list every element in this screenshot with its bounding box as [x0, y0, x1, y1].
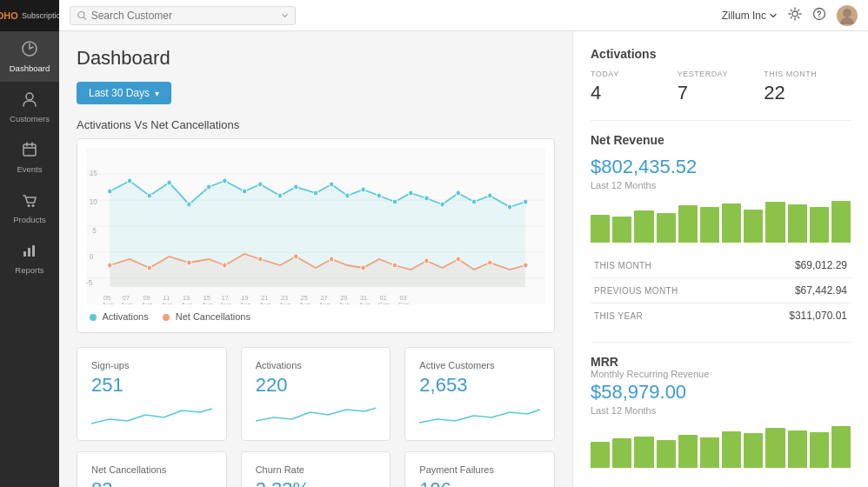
bar-mini: [788, 430, 807, 468]
activations-dot: [90, 314, 97, 321]
main-area: Zillum Inc Dashboard Last 30 Days ▾ Acti…: [59, 0, 868, 487]
search-icon: [77, 10, 87, 21]
divider-1: [591, 120, 851, 121]
bar-mini: [678, 205, 698, 243]
svg-text:Aug: Aug: [240, 301, 251, 304]
search-box[interactable]: [70, 6, 296, 25]
svg-point-36: [294, 184, 298, 190]
svg-point-26: [108, 189, 112, 194]
bar-mini: [765, 428, 785, 468]
yesterday-label: YESTERDAY: [678, 70, 765, 78]
revenue-table: THIS MONTH $69,012.29 PREVIOUS MONTH $67…: [591, 253, 851, 328]
stats-grid-2: Net Cancellations 83 Churn Rate 3.33% Pa…: [77, 451, 555, 487]
date-filter-chevron: ▾: [155, 89, 159, 98]
net-revenue-period: Last 12 Months: [591, 180, 851, 190]
bar-mini: [700, 207, 719, 243]
act-stat-today: TODAY 4: [591, 70, 678, 104]
org-name[interactable]: Zillum Inc: [722, 10, 778, 22]
stat-sparkline-activations: [256, 402, 377, 428]
chart-title: Activations Vs Net Cancellations: [77, 118, 555, 131]
bar-mini: [657, 213, 676, 243]
svg-point-50: [524, 199, 528, 204]
sidebar-item-products[interactable]: Products: [0, 183, 59, 233]
left-panel: Dashboard Last 30 Days ▾ Activations Vs …: [59, 31, 572, 487]
app-logo: ZOHO Subscriptions: [0, 0, 59, 31]
legend-cancellations: Net Cancellations: [163, 311, 250, 322]
svg-text:Aug: Aug: [220, 301, 231, 304]
user-avatar[interactable]: [837, 5, 858, 26]
bar-mini: [634, 210, 653, 243]
reports-icon: [21, 242, 38, 262]
stat-card-churn: Churn Rate 3.33%: [241, 451, 391, 487]
mrr-section: MRR Monthly Recurring Revenue $58,979.00…: [591, 355, 851, 468]
svg-text:-5: -5: [86, 278, 92, 287]
svg-text:Sep: Sep: [398, 301, 410, 304]
help-icon[interactable]: [812, 7, 826, 24]
divider-2: [591, 342, 851, 343]
bar-mini: [831, 426, 851, 468]
line-chart: 15 10 5 0 -5: [86, 148, 545, 304]
sidebar-item-customers[interactable]: Customers: [0, 82, 59, 132]
stat-card-payment-failures: Payment Failures 196: [404, 451, 555, 487]
svg-point-49: [507, 204, 511, 210]
content: Dashboard Last 30 Days ▾ Activations Vs …: [59, 31, 868, 487]
right-panel: Activations TODAY 4 YESTERDAY 7 THIS MON…: [572, 31, 868, 487]
table-row: THIS MONTH $69,012.29: [591, 253, 851, 278]
bar-mini: [788, 204, 807, 243]
mrr-period: Last 12 Months: [591, 405, 851, 416]
table-row: PREVIOUS MONTH $67,442.94: [591, 278, 851, 304]
sidebar-item-events[interactable]: Events: [0, 132, 59, 183]
svg-point-41: [377, 193, 381, 198]
bar-mini: [722, 431, 741, 468]
bar-mini: [831, 201, 851, 243]
stat-card-net-cancellations: Net Cancellations 83: [77, 451, 227, 487]
act-stat-thismonth: THIS MONTH 22: [764, 70, 851, 104]
revenue-row-label-1: PREVIOUS MONTH: [591, 278, 742, 304]
svg-point-1: [26, 93, 33, 100]
dashboard-icon: [21, 40, 38, 60]
today-value: 4: [591, 82, 678, 104]
yesterday-value: 7: [678, 82, 765, 104]
svg-text:Aug: Aug: [299, 301, 310, 304]
date-filter-button[interactable]: Last 30 Days ▾: [77, 82, 171, 104]
topbar-right: Zillum Inc: [722, 5, 858, 26]
svg-point-63: [488, 260, 492, 265]
mrr-amount: $58,979.00: [591, 381, 851, 404]
svg-point-39: [345, 193, 350, 198]
svg-point-3: [28, 204, 30, 207]
svg-text:Aug: Aug: [338, 301, 350, 304]
settings-icon[interactable]: [788, 7, 802, 24]
today-label: TODAY: [591, 70, 678, 78]
svg-text:Aug: Aug: [259, 301, 270, 304]
sidebar-item-reports[interactable]: Reports: [0, 233, 59, 284]
revenue-row-label-0: THIS MONTH: [591, 253, 742, 278]
stat-label-activations: Activations: [256, 360, 377, 370]
search-input[interactable]: [91, 10, 277, 22]
svg-point-42: [392, 199, 397, 204]
sidebar-item-dashboard[interactable]: Dashboard: [0, 31, 59, 82]
stat-value-churn: 3.33%: [256, 478, 377, 487]
svg-text:5: 5: [92, 226, 97, 235]
svg-point-31: [206, 184, 210, 190]
svg-point-53: [147, 265, 151, 270]
bar-mini: [591, 215, 610, 243]
svg-point-38: [329, 182, 333, 187]
mrr-bar-chart: [591, 424, 851, 468]
svg-point-57: [294, 254, 298, 259]
svg-point-59: [361, 265, 365, 270]
svg-point-54: [187, 260, 191, 265]
bar-mini: [744, 433, 763, 468]
stat-label-active-customers: Active Customers: [419, 360, 540, 370]
bar-mini: [810, 432, 829, 468]
stat-card-active-customers: Active Customers 2,653: [404, 347, 555, 441]
svg-point-48: [488, 193, 492, 198]
svg-point-64: [524, 263, 528, 268]
bar-mini: [634, 437, 653, 468]
stat-value-signups: 251: [91, 374, 212, 397]
svg-point-56: [258, 257, 263, 262]
revenue-row-label-2: THIS YEAR: [591, 304, 742, 329]
date-filter-label: Last 30 Days: [89, 87, 150, 99]
mrr-subtitle: Monthly Recurring Revenue: [591, 369, 851, 379]
org-dropdown-icon: [769, 11, 778, 20]
svg-text:Aug: Aug: [142, 301, 153, 304]
